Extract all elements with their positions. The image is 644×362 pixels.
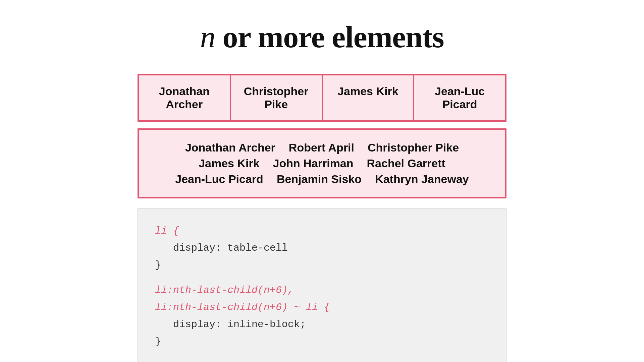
code-line-7: display: inline-block; — [155, 316, 489, 333]
code-line-5: li:nth-last-child(n+6), — [155, 282, 489, 299]
list-item: Jean-Luc Picard — [414, 75, 505, 120]
list-bottom: Jonathan Archer Robert April Christopher… — [138, 128, 506, 198]
list-item-inline: Benjamin Sisko — [277, 173, 362, 186]
list-item-inline: Rachel Garrett — [367, 157, 445, 170]
code-block: li { display: table-cell } li:nth-last-c… — [138, 208, 506, 362]
page-title: n or more elements — [200, 20, 444, 54]
list-item-inline: Jean-Luc Picard — [175, 173, 263, 186]
list-top: Jonathan Archer Christopher Pike James K… — [138, 74, 506, 122]
list-item-inline: Jonathan Archer — [185, 141, 275, 154]
list-item-inline: Christopher Pike — [368, 141, 459, 154]
code-blank — [155, 274, 489, 282]
title-suffix: or more elements — [215, 20, 444, 54]
list-item: Jonathan Archer — [139, 75, 231, 120]
code-line-3: } — [155, 257, 489, 274]
list-item-inline: James Kirk — [199, 157, 259, 170]
code-line-2: display: table-cell — [155, 240, 489, 257]
code-line-6: li:nth-last-child(n+6) ~ li { — [155, 299, 489, 316]
list-item-inline: Robert April — [289, 141, 354, 154]
title-italic: n — [200, 20, 215, 54]
code-line-1: li { — [155, 223, 489, 240]
code-line-8: } — [155, 333, 489, 350]
list-item-inline: Kathryn Janeway — [375, 173, 469, 186]
list-item: James Kirk — [323, 75, 415, 120]
list-item: Christopher Pike — [231, 75, 323, 120]
main-content: Jonathan Archer Christopher Pike James K… — [138, 74, 506, 362]
list-item-inline: John Harriman — [273, 157, 354, 170]
